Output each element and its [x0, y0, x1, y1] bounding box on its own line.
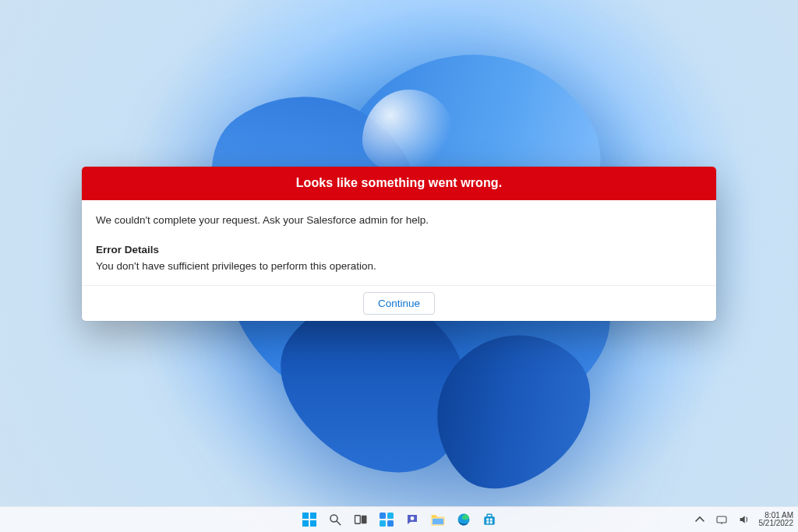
svg-point-12	[410, 516, 414, 520]
error-details-label: Error Details	[96, 242, 702, 258]
clock-date: 5/21/2022	[759, 520, 794, 528]
svg-rect-18	[486, 519, 489, 521]
continue-button[interactable]: Continue	[363, 292, 435, 315]
taskbar-center	[299, 509, 500, 530]
svg-rect-10	[380, 520, 386, 527]
tray-chevron-up-icon[interactable]	[693, 509, 707, 530]
svg-rect-0	[302, 513, 309, 519]
svg-rect-2	[302, 520, 309, 527]
svg-rect-21	[489, 521, 492, 523]
taskbar-clock[interactable]: 8:01 AM 5/21/2022	[759, 512, 794, 528]
store-icon[interactable]	[479, 509, 500, 530]
svg-rect-9	[387, 513, 394, 519]
svg-rect-6	[355, 516, 360, 524]
taskbar: 8:01 AM 5/21/2022	[0, 506, 798, 532]
svg-point-4	[330, 515, 337, 522]
svg-rect-14	[432, 519, 443, 525]
chat-icon[interactable]	[402, 509, 422, 530]
svg-rect-22	[717, 516, 726, 523]
dialog-message: We couldn't complete your request. Ask y…	[96, 213, 702, 228]
svg-rect-17	[487, 514, 492, 517]
svg-rect-1	[310, 513, 316, 519]
taskbar-tray: 8:01 AM 5/21/2022	[693, 509, 794, 530]
svg-rect-20	[486, 521, 489, 523]
svg-rect-19	[489, 519, 492, 521]
file-explorer-icon[interactable]	[428, 509, 448, 530]
start-icon[interactable]	[299, 509, 320, 530]
dialog-body: We couldn't complete your request. Ask y…	[82, 200, 716, 285]
search-icon[interactable]	[325, 509, 345, 530]
error-dialog: Looks like something went wrong. We coul…	[82, 167, 716, 321]
sound-icon[interactable]	[736, 509, 752, 530]
widgets-icon[interactable]	[376, 509, 397, 530]
error-details-text: You don't have sufficient privileges to …	[96, 259, 702, 274]
dialog-footer: Continue	[82, 285, 716, 321]
svg-rect-3	[310, 520, 316, 527]
network-icon[interactable]	[714, 509, 729, 530]
svg-line-5	[337, 521, 341, 525]
dialog-title: Looks like something went wrong.	[82, 167, 716, 200]
svg-rect-11	[387, 520, 394, 527]
svg-rect-8	[380, 513, 386, 519]
svg-rect-16	[484, 516, 495, 525]
taskview-icon[interactable]	[351, 509, 371, 530]
edge-icon[interactable]	[454, 509, 474, 530]
svg-rect-7	[361, 516, 366, 524]
